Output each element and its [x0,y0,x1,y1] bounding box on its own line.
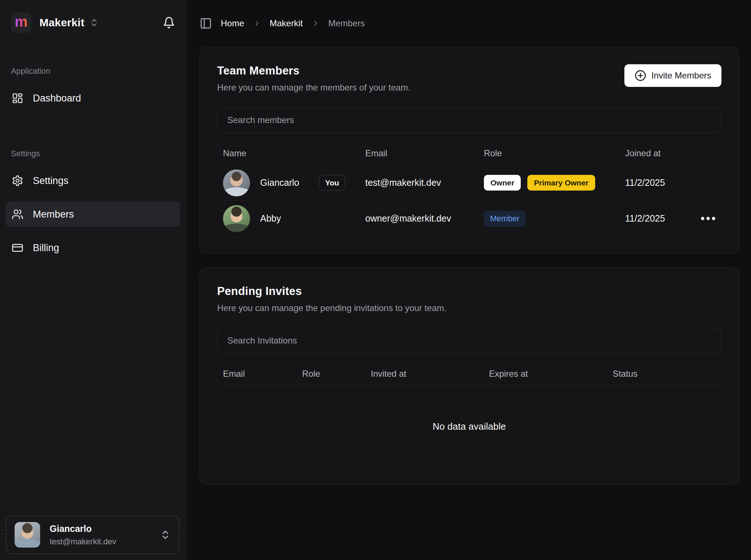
col-email: Email [217,369,296,379]
member-name: Abby [260,213,281,224]
sidebar-item-settings[interactable]: Settings [6,168,180,193]
circle-plus-icon [635,70,646,81]
workspace-name: Makerkit [39,16,84,29]
team-members-card: Team Members Here you can manage the mem… [200,47,739,254]
app-logo: m [11,12,31,33]
invite-members-label: Invite Members [651,70,711,81]
invites-table: Email Role Invited at Expires at Status … [217,362,721,467]
col-role: Role [478,148,619,158]
joined-date: 11/2/2025 [625,177,665,188]
avatar [223,169,250,196]
sidebar-item-label: Dashboard [33,93,81,104]
members-table: Name Email Role Joined at Giancarlo You … [217,142,721,237]
col-expires-at: Expires at [483,369,607,379]
invite-members-button[interactable]: Invite Members [624,64,721,87]
account-email: test@makerkit.dev [50,537,116,546]
nav-section-application: Application [11,66,175,76]
breadcrumb-home[interactable]: Home [221,18,244,28]
team-members-subtitle: Here you can manage the members of your … [217,83,411,93]
sidebar-item-members[interactable]: Members [6,202,180,227]
sidebar-item-label: Settings [33,175,69,187]
sidebar: m Makerkit Application Dashboard Setting… [0,0,186,560]
breadcrumb-members: Members [328,18,365,28]
pending-invites-subtitle: Here you can manage the pending invitati… [217,303,446,313]
role-badge-owner: Owner [484,175,521,191]
chevrons-up-down-icon [160,529,171,540]
search-invitations-input[interactable] [217,328,721,353]
workspace-selector[interactable]: m Makerkit [6,11,180,34]
logo-m-icon: m [15,14,28,29]
chevron-right-icon [312,19,320,27]
empty-state-message: No data available [217,386,721,467]
members-table-header: Name Email Role Joined at [217,142,721,165]
member-name: Giancarlo [260,177,299,188]
breadcrumb-makerkit[interactable]: Makerkit [270,18,303,28]
sidebar-item-label: Billing [33,242,59,254]
breadcrumb: Home Makerkit Members [200,15,739,32]
col-joined-at: Joined at [619,148,692,158]
member-email: owner@makerkit.dev [365,213,451,224]
col-name: Name [217,148,359,158]
col-status: Status [607,369,721,379]
joined-date: 11/2/2025 [625,213,665,224]
team-members-title: Team Members [217,64,411,77]
nav-section-settings: Settings [11,149,175,158]
row-actions-ellipsis-icon[interactable] [698,214,718,223]
chevron-right-icon [253,19,261,27]
layout-dashboard-icon [12,92,23,104]
sidebar-item-dashboard[interactable]: Dashboard [6,85,180,111]
invites-table-header: Email Role Invited at Expires at Status [217,362,721,386]
pending-invites-title: Pending Invites [217,285,446,298]
pending-invites-card: Pending Invites Here you can manage the … [200,268,739,484]
table-row: Abby owner@makerkit.dev Member 11/2/2025 [217,201,721,237]
avatar [15,522,40,548]
col-invited-at: Invited at [365,369,483,379]
sidebar-item-label: Members [33,209,74,220]
panel-left-icon[interactable] [200,17,212,30]
avatar [223,205,250,232]
account-name: Giancarlo [50,523,116,534]
users-icon [12,208,23,220]
role-badge-primary-owner: Primary Owner [527,175,595,191]
main-content: Home Makerkit Members Team Members Here … [186,0,751,560]
col-email: Email [359,148,478,158]
col-role: Role [296,369,365,379]
chevrons-up-down-icon[interactable] [89,18,99,27]
you-badge: You [319,175,345,191]
account-menu-trigger[interactable]: Giancarlo test@makerkit.dev [6,515,180,554]
bell-icon[interactable] [163,16,175,29]
sidebar-item-billing[interactable]: Billing [6,235,180,261]
table-row: Giancarlo You test@makerkit.dev Owner Pr… [217,165,721,201]
role-badge-member: Member [484,211,526,227]
gear-icon [12,175,23,187]
member-email: test@makerkit.dev [365,177,441,188]
credit-card-icon [12,242,23,254]
search-members-input[interactable] [217,107,721,133]
